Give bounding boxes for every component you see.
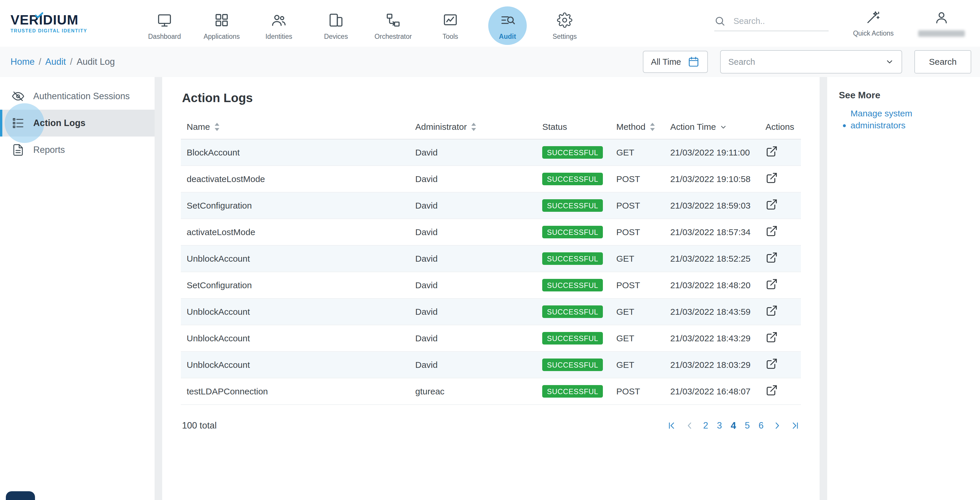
table-row: SetConfiguration David SUCCESSFUL POST 2… — [181, 192, 801, 219]
column-header-actions: Actions — [760, 117, 801, 139]
external-link-icon[interactable] — [766, 304, 778, 317]
table-row: UnblockAccount David SUCCESSFUL GET 21/0… — [181, 245, 801, 272]
table-row: deactivateLostMode David SUCCESSFUL POST… — [181, 166, 801, 192]
nav-item-audit[interactable]: Audit — [480, 6, 535, 41]
external-link-icon[interactable] — [766, 358, 778, 370]
nav-item-applications[interactable]: Applications — [195, 6, 248, 41]
cell-administrator: David — [409, 298, 536, 325]
cell-name: BlockAccount — [181, 139, 409, 166]
cell-actions — [760, 245, 801, 272]
quick-actions-button[interactable]: Quick Actions — [853, 10, 894, 37]
cell-administrator: David — [409, 325, 536, 352]
cell-name: UnblockAccount — [181, 325, 409, 352]
nav-item-dashboard[interactable]: Dashboard — [138, 6, 191, 41]
external-link-icon[interactable] — [766, 145, 778, 158]
cell-name: deactivateLostMode — [181, 166, 409, 192]
table-row: SetConfiguration David SUCCESSFUL POST 2… — [181, 272, 801, 298]
column-header-administrator[interactable]: Administrator — [409, 117, 536, 139]
main-panel: Action Logs NameAdministratorStatusMetho… — [162, 77, 819, 500]
cell-status: SUCCESSFUL — [536, 166, 611, 192]
cell-status: SUCCESSFUL — [536, 378, 611, 404]
cell-administrator: David — [409, 245, 536, 272]
cell-actions — [760, 139, 801, 166]
external-link-icon[interactable] — [766, 172, 778, 184]
column-header-name[interactable]: Name — [181, 117, 409, 139]
previous-page-button[interactable] — [685, 421, 694, 430]
search-filter-placeholder: Search — [728, 57, 755, 67]
external-link-icon[interactable] — [766, 198, 778, 211]
cell-action-time: 21/03/2022 19:10:58 — [664, 166, 760, 192]
nav-item-tools[interactable]: Tools — [423, 6, 477, 41]
cell-actions — [760, 166, 801, 192]
content: Authentication Sessions Action Logs Repo… — [0, 77, 980, 500]
chat-widget-button[interactable] — [6, 491, 35, 500]
table-row: BlockAccount David SUCCESSFUL GET 21/03/… — [181, 139, 801, 166]
global-search-input[interactable] — [732, 16, 820, 27]
column-header-status: Status — [536, 117, 611, 139]
cell-name: UnblockAccount — [181, 352, 409, 378]
page-number-4[interactable]: 4 — [731, 420, 736, 431]
sidebar-item-reports[interactable]: Reports — [0, 137, 154, 163]
breadcrumb-separator: / — [70, 57, 73, 67]
status-badge: SUCCESSFUL — [542, 358, 603, 371]
first-page-button[interactable] — [667, 421, 676, 430]
nav-item-orchestrator[interactable]: Orchestrator — [366, 6, 420, 41]
manage-administrators-link[interactable]: Manage system administrators — [851, 108, 938, 131]
cell-action-time: 21/03/2022 18:43:59 — [664, 298, 760, 325]
pagination: 23456 — [667, 420, 800, 431]
cell-method: GET — [611, 352, 664, 378]
cell-method: POST — [611, 166, 664, 192]
nav-item-settings[interactable]: Settings — [538, 6, 592, 41]
external-link-icon[interactable] — [766, 278, 778, 290]
logo-wordmark: VERIDIUM — [11, 13, 110, 27]
status-badge: SUCCESSFUL — [542, 226, 603, 238]
cell-method: GET — [611, 245, 664, 272]
main-nav: Dashboard Applications Identities Device… — [138, 6, 592, 41]
magic-wand-icon — [865, 10, 881, 25]
time-range-button[interactable]: All Time — [643, 51, 708, 73]
table-row: UnblockAccount David SUCCESSFUL GET 21/0… — [181, 298, 801, 325]
nav-item-identities[interactable]: Identities — [252, 6, 305, 41]
logo-tagline: TRUSTED DIGITAL IDENTITY — [11, 28, 110, 33]
cell-status: SUCCESSFUL — [536, 352, 611, 378]
search-button[interactable]: Search — [915, 50, 971, 73]
next-page-button[interactable] — [772, 421, 782, 430]
breadcrumb: Home/Audit/Audit Log — [11, 57, 115, 67]
cell-method: GET — [611, 298, 664, 325]
cell-status: SUCCESSFUL — [536, 272, 611, 298]
user-name-redacted — [918, 30, 965, 37]
reports-icon — [12, 143, 24, 156]
external-link-icon[interactable] — [766, 252, 778, 264]
cell-name: UnblockAccount — [181, 298, 409, 325]
action-logs-table: NameAdministratorStatusMethodAction Time… — [181, 117, 801, 405]
search-filter-dropdown[interactable]: Search — [720, 50, 902, 73]
last-page-button[interactable] — [791, 421, 800, 430]
external-link-icon[interactable] — [766, 331, 778, 343]
table-header: NameAdministratorStatusMethodAction Time… — [181, 117, 801, 139]
cell-status: SUCCESSFUL — [536, 139, 611, 166]
cell-status: SUCCESSFUL — [536, 298, 611, 325]
breadcrumb-link-audit[interactable]: Audit — [45, 57, 66, 67]
time-range-label: All Time — [651, 57, 681, 67]
sidebar: Authentication Sessions Action Logs Repo… — [0, 77, 154, 500]
external-link-icon[interactable] — [766, 384, 778, 396]
column-header-action-time[interactable]: Action Time — [664, 117, 760, 139]
external-link-icon[interactable] — [766, 225, 778, 237]
nav-item-devices[interactable]: Devices — [309, 6, 363, 41]
see-more-list: Manage system administrators — [839, 108, 968, 131]
page-number-5[interactable]: 5 — [745, 420, 750, 431]
settings-icon — [557, 12, 573, 28]
page-number-6[interactable]: 6 — [759, 420, 764, 431]
sort-both-icon — [471, 123, 477, 131]
cell-name: UnblockAccount — [181, 245, 409, 272]
user-menu[interactable] — [918, 10, 965, 37]
cell-administrator: David — [409, 219, 536, 245]
breadcrumb-link-home[interactable]: Home — [11, 57, 35, 67]
sidebar-item-action-logs[interactable]: Action Logs — [0, 110, 154, 137]
table-footer: 100 total 23456 — [181, 420, 801, 431]
sort-both-icon — [214, 123, 220, 131]
page-number-2[interactable]: 2 — [703, 420, 708, 431]
page-number-3[interactable]: 3 — [717, 420, 722, 431]
sort-both-icon — [649, 123, 655, 131]
column-header-method[interactable]: Method — [611, 117, 664, 139]
